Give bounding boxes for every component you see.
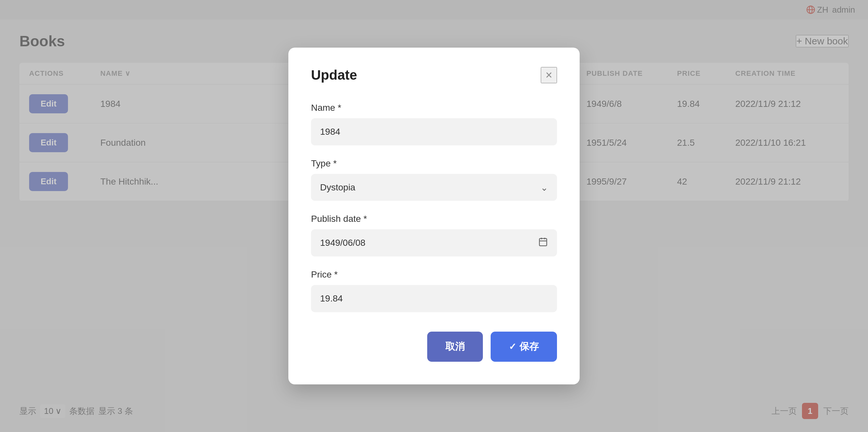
type-select-wrapper: Dystopia Science Fiction Fantasy Non-Fic… <box>311 174 557 201</box>
type-select[interactable]: Dystopia Science Fiction Fantasy Non-Fic… <box>311 174 557 201</box>
checkmark-icon: ✓ <box>509 341 516 352</box>
price-field-group: Price * <box>311 269 557 312</box>
type-field-group: Type * Dystopia Science Fiction Fantasy … <box>311 159 557 201</box>
price-input[interactable] <box>311 285 557 312</box>
modal-title: Update <box>311 67 357 83</box>
modal-footer: 取消 ✓ 保存 <box>311 332 557 362</box>
name-label: Name * <box>311 103 557 113</box>
date-input-wrapper <box>311 229 557 257</box>
modal-overlay: Update × Name * Type * Dystopia Science … <box>0 0 868 432</box>
name-field-group: Name * <box>311 103 557 145</box>
cancel-button[interactable]: 取消 <box>427 332 483 362</box>
save-button[interactable]: ✓ 保存 <box>491 332 557 362</box>
update-modal: Update × Name * Type * Dystopia Science … <box>288 48 580 384</box>
modal-close-button[interactable]: × <box>541 67 557 83</box>
name-input[interactable] <box>311 118 557 145</box>
save-label: 保存 <box>520 340 539 353</box>
publish-date-input[interactable] <box>311 229 557 257</box>
publish-date-field-group: Publish date * <box>311 214 557 257</box>
type-label: Type * <box>311 159 557 169</box>
price-label: Price * <box>311 269 557 280</box>
publish-date-label: Publish date * <box>311 214 557 224</box>
modal-header: Update × <box>311 67 557 83</box>
